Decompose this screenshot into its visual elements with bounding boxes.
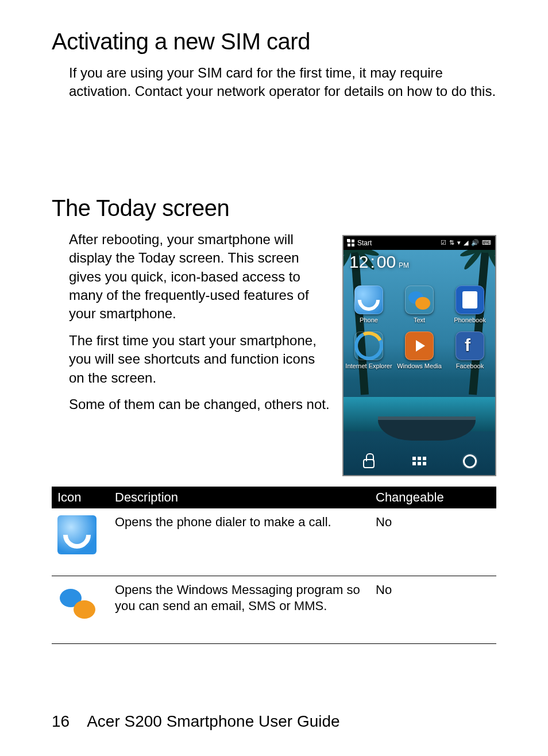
cell-description: Opens the phone dialer to make a call. — [115, 514, 376, 531]
today-screen-screenshot: Start ☑ ⇅ ▾ ◢ 🔊 ⌨ 12:00PM Phone Text — [342, 235, 496, 476]
guide-title: Acer S200 Smartphone User Guide — [87, 712, 339, 731]
app-label: Text — [394, 317, 445, 323]
app-label: Facebook — [445, 362, 495, 369]
facebook-icon: f — [456, 331, 484, 360]
app-label: Windows Media — [394, 362, 445, 369]
phone-dialer-icon — [57, 515, 97, 554]
cell-changeable: No — [376, 582, 491, 599]
app-label: Phone — [344, 317, 394, 323]
windows-media-icon — [405, 331, 434, 360]
status-glyphs: ☑ ⇅ ▾ ◢ 🔊 ⌨ — [441, 239, 492, 246]
th-icon: Icon — [57, 490, 115, 505]
cell-description: Opens the Windows Messaging program so y… — [115, 582, 376, 615]
text-icon — [405, 286, 434, 314]
windows-logo-icon — [347, 239, 355, 247]
app-text: Text — [394, 286, 445, 323]
para-today-1: After rebooting, your smartphone will di… — [69, 230, 332, 323]
table-row: Opens the Windows Messaging program so y… — [52, 576, 496, 644]
lock-icon — [361, 453, 377, 469]
app-phonebook: Phonebook — [445, 286, 495, 323]
cell-changeable: No — [376, 514, 491, 531]
settings-gear-icon — [462, 453, 478, 469]
heading-activating-sim: Activating a new SIM card — [52, 29, 496, 55]
messaging-icon — [57, 583, 97, 622]
phone-status-bar: Start ☑ ⇅ ▾ ◢ 🔊 ⌨ — [344, 236, 495, 250]
page-number: 16 — [52, 712, 70, 731]
app-label: Internet Explorer — [344, 362, 394, 369]
phonebook-icon — [456, 286, 484, 314]
app-grid-icon — [411, 453, 427, 469]
ie-icon — [354, 331, 383, 360]
icon-description-table: Icon Description Changeable Opens the ph… — [52, 487, 496, 644]
table-row: Opens the phone dialer to make a call. N… — [52, 508, 496, 576]
page-footer: 16 Acer S200 Smartphone User Guide — [52, 712, 340, 731]
app-facebook: f Facebook — [445, 331, 495, 369]
app-internet-explorer: Internet Explorer — [344, 331, 394, 369]
phone-icon — [354, 286, 383, 314]
phone-clock: 12:00PM — [349, 252, 409, 272]
para-today-2: The first time you start your smartphone… — [69, 331, 332, 387]
app-phone: Phone — [344, 286, 394, 323]
start-label: Start — [357, 239, 372, 247]
app-windows-media: Windows Media — [394, 331, 445, 369]
table-header-row: Icon Description Changeable — [52, 487, 496, 508]
th-changeable: Changeable — [376, 490, 491, 505]
app-label: Phonebook — [445, 317, 495, 323]
heading-today-screen: The Today screen — [52, 195, 496, 221]
th-description: Description — [115, 490, 376, 505]
para-sim-activation: If you are using your SIM card for the f… — [69, 64, 496, 101]
para-today-3: Some of them can be changed, others not. — [69, 395, 332, 414]
